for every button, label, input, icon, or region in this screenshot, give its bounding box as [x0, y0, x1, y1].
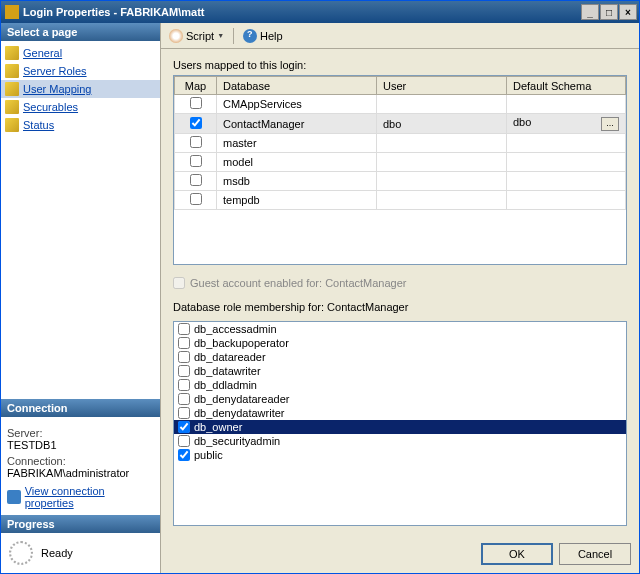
- role-item-db_denydatawriter[interactable]: db_denydatawriter: [174, 406, 626, 420]
- ellipsis-button[interactable]: ...: [601, 117, 619, 131]
- table-row[interactable]: master: [175, 134, 626, 153]
- connection-header: Connection: [1, 399, 160, 417]
- ok-button[interactable]: OK: [481, 543, 553, 565]
- role-item-db_backupoperator[interactable]: db_backupoperator: [174, 336, 626, 350]
- role-name: db_ddladmin: [194, 379, 257, 391]
- table-row[interactable]: ContactManagerdbodbo ...: [175, 114, 626, 134]
- role-name: db_denydatawriter: [194, 407, 285, 419]
- role-checkbox[interactable]: [178, 337, 190, 349]
- map-checkbox[interactable]: [190, 155, 202, 167]
- script-button[interactable]: Script ▼: [165, 27, 228, 45]
- titlebar[interactable]: Login Properties - FABRIKAM\matt _ □ ×: [1, 1, 639, 23]
- minimize-button[interactable]: _: [581, 4, 599, 20]
- login-properties-window: Login Properties - FABRIKAM\matt _ □ × S…: [0, 0, 640, 574]
- role-item-db_denydatareader[interactable]: db_denydatareader: [174, 392, 626, 406]
- role-checkbox[interactable]: [178, 379, 190, 391]
- view-connection-link[interactable]: View connection properties: [25, 485, 154, 509]
- col-map[interactable]: Map: [175, 77, 217, 95]
- server-value: TESTDB1: [7, 439, 154, 451]
- sidebar-item-general[interactable]: General: [1, 44, 160, 62]
- map-checkbox[interactable]: [190, 97, 202, 109]
- cancel-button[interactable]: Cancel: [559, 543, 631, 565]
- col-database[interactable]: Database: [217, 77, 377, 95]
- col-user[interactable]: User: [377, 77, 507, 95]
- table-row[interactable]: tempdb: [175, 191, 626, 210]
- table-row[interactable]: CMAppServices: [175, 95, 626, 114]
- role-item-db_owner[interactable]: db_owner: [174, 420, 626, 434]
- role-item-db_accessadmin[interactable]: db_accessadmin: [174, 322, 626, 336]
- progress-status: Ready: [41, 547, 73, 559]
- role-checkbox[interactable]: [178, 365, 190, 377]
- sidebar-item-label: Status: [23, 119, 54, 131]
- role-item-db_datareader[interactable]: db_datareader: [174, 350, 626, 364]
- page-icon: [5, 46, 19, 60]
- map-checkbox[interactable]: [190, 136, 202, 148]
- cell-schema[interactable]: [507, 134, 626, 153]
- role-name: db_backupoperator: [194, 337, 289, 349]
- cell-schema[interactable]: [507, 172, 626, 191]
- page-icon: [5, 64, 19, 78]
- main-body: Users mapped to this login: Map Database…: [161, 49, 639, 534]
- sidebar-item-user-mapping[interactable]: User Mapping: [1, 80, 160, 98]
- role-name: db_accessadmin: [194, 323, 277, 335]
- map-checkbox[interactable]: [190, 117, 202, 129]
- toolbar-separator: [233, 28, 234, 44]
- select-page-header: Select a page: [1, 23, 160, 41]
- table-row[interactable]: msdb: [175, 172, 626, 191]
- role-item-public[interactable]: public: [174, 448, 626, 462]
- role-name: public: [194, 449, 223, 461]
- chevron-down-icon: ▼: [217, 32, 224, 39]
- help-icon: [243, 29, 257, 43]
- role-checkbox[interactable]: [178, 421, 190, 433]
- role-checkbox[interactable]: [178, 435, 190, 447]
- role-name: db_securityadmin: [194, 435, 280, 447]
- role-membership-list[interactable]: db_accessadmindb_backupoperatordb_datare…: [173, 321, 627, 526]
- app-icon: [5, 5, 19, 19]
- role-checkbox[interactable]: [178, 323, 190, 335]
- role-item-db_ddladmin[interactable]: db_ddladmin: [174, 378, 626, 392]
- sidebar-item-status[interactable]: Status: [1, 116, 160, 134]
- cell-user[interactable]: [377, 134, 507, 153]
- col-schema[interactable]: Default Schema: [507, 77, 626, 95]
- role-checkbox[interactable]: [178, 393, 190, 405]
- role-name: db_owner: [194, 421, 242, 433]
- role-checkbox[interactable]: [178, 351, 190, 363]
- guest-account-label: Guest account enabled for: ContactManage…: [190, 277, 406, 289]
- role-checkbox[interactable]: [178, 407, 190, 419]
- cell-schema[interactable]: [507, 95, 626, 114]
- sidebar-item-label: Server Roles: [23, 65, 87, 77]
- script-label: Script: [186, 30, 214, 42]
- cell-schema[interactable]: [507, 153, 626, 172]
- progress-header: Progress: [1, 515, 160, 533]
- cell-schema[interactable]: dbo ...: [507, 114, 626, 134]
- sidebar-item-server-roles[interactable]: Server Roles: [1, 62, 160, 80]
- table-row[interactable]: model: [175, 153, 626, 172]
- sidebar-item-securables[interactable]: Securables: [1, 98, 160, 116]
- connection-value: FABRIKAM\administrator: [7, 467, 154, 479]
- sidebar-item-label: User Mapping: [23, 83, 91, 95]
- map-checkbox[interactable]: [190, 193, 202, 205]
- maximize-button[interactable]: □: [600, 4, 618, 20]
- cell-user[interactable]: [377, 95, 507, 114]
- view-connection-properties[interactable]: View connection properties: [7, 485, 154, 509]
- cell-user[interactable]: dbo: [377, 114, 507, 134]
- role-checkbox[interactable]: [178, 449, 190, 461]
- map-checkbox[interactable]: [190, 174, 202, 186]
- role-item-db_securityadmin[interactable]: db_securityadmin: [174, 434, 626, 448]
- guest-account-row: Guest account enabled for: ContactManage…: [173, 277, 627, 289]
- cell-user[interactable]: [377, 191, 507, 210]
- cell-user[interactable]: [377, 153, 507, 172]
- server-label: Server:: [7, 427, 154, 439]
- connection-panel: Server: TESTDB1 Connection: FABRIKAM\adm…: [1, 417, 160, 515]
- users-mapped-grid[interactable]: Map Database User Default Schema CMAppSe…: [173, 75, 627, 265]
- cell-schema[interactable]: [507, 191, 626, 210]
- main-panel: Script ▼ Help Users mapped to this login…: [161, 23, 639, 573]
- help-button[interactable]: Help: [239, 27, 287, 45]
- close-button[interactable]: ×: [619, 4, 637, 20]
- role-item-db_datawriter[interactable]: db_datawriter: [174, 364, 626, 378]
- content-area: Select a page GeneralServer RolesUser Ma…: [1, 23, 639, 573]
- page-nav-list: GeneralServer RolesUser MappingSecurable…: [1, 41, 160, 137]
- properties-icon: [7, 490, 21, 504]
- cell-user[interactable]: [377, 172, 507, 191]
- toolbar: Script ▼ Help: [161, 23, 639, 49]
